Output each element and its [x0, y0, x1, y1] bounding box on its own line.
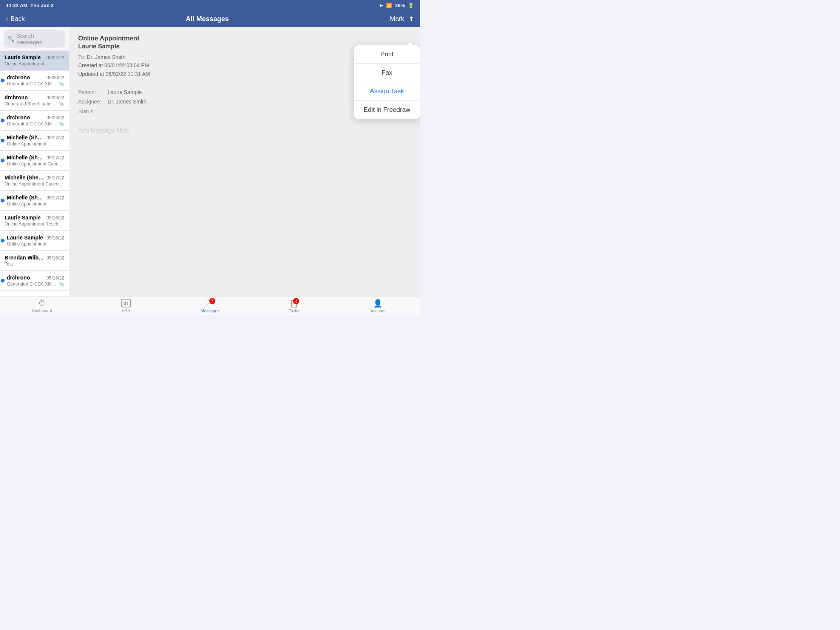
- message-sender: drchrono: [7, 275, 45, 281]
- tab-icon: dr: [121, 299, 131, 308]
- message-item[interactable]: Laurie Sample05/16/22Online Appointment …: [0, 211, 69, 231]
- message-sender: Laurie Sample: [5, 215, 45, 221]
- battery-level: 26%: [395, 3, 405, 8]
- status-time: 11:32 AM: [6, 3, 28, 8]
- message-item[interactable]: Laurie Sample06/01/22Online Appointment: [0, 51, 69, 71]
- message-preview: Generated C-CDA XMLs: ccda_xmls_05_30_20…: [7, 81, 64, 87]
- tab-item-account[interactable]: 👤Account: [336, 297, 420, 315]
- battery-icon: 🔋: [408, 3, 414, 8]
- unread-dot: [1, 199, 5, 202]
- dropdown-item[interactable]: Fax: [354, 64, 420, 82]
- message-preview: Online Appointment: [7, 141, 64, 147]
- message-date: 05/23/22: [46, 115, 64, 120]
- status-day: Thu Jun 2: [31, 3, 54, 8]
- message-preview: Test: [5, 261, 64, 267]
- tab-label: Tasks: [289, 309, 299, 313]
- dropdown-menu: PrintFaxAssign TaskEdit in Freedraw: [354, 45, 420, 119]
- message-item[interactable]: Michelle (Shelly) Harris05/17/22Online A…: [0, 171, 69, 191]
- message-item[interactable]: Dr. James Smith (4109278169)05/12/22Inco…: [0, 291, 69, 296]
- unread-dot: [1, 118, 5, 122]
- tab-item-ehr[interactable]: drEHR: [84, 297, 168, 315]
- back-button[interactable]: ‹ Back: [6, 15, 25, 23]
- tab-icon: 👤: [373, 299, 383, 308]
- unread-dot: [1, 279, 5, 283]
- message-date: 05/16/22: [46, 275, 64, 281]
- tab-item-messages[interactable]: 7✉️Messages: [168, 297, 252, 315]
- status-bar-left: 11:32 AM Thu Jun 2: [6, 3, 54, 8]
- message-preview: Generated C-CDA XMLs: ccda_xmls_05_16_20…: [7, 281, 64, 287]
- message-date: 05/17/22: [46, 135, 64, 141]
- message-sender: drchrono: [5, 95, 45, 101]
- attachment-icon: 📎: [59, 82, 64, 87]
- search-icon: 🔍: [8, 36, 14, 42]
- message-date: 05/12/22: [46, 295, 64, 296]
- page-title: All Messages: [186, 15, 229, 23]
- message-sender: Dr. James Smith (4109278169): [5, 295, 45, 296]
- wifi-icon: 📶: [386, 3, 392, 8]
- tab-icon: ⏱: [38, 299, 46, 308]
- message-preview: Generated Sheet: patient_list_05_23_2022…: [5, 101, 64, 106]
- top-dots: · · ·: [201, 4, 218, 12]
- right-panel: Online Appointment Laurie Sample To: Dr.…: [69, 27, 420, 296]
- message-date: 05/30/22: [46, 75, 64, 81]
- message-item[interactable]: Michelle (Shelly) Harris05/17/22Online A…: [0, 131, 69, 151]
- message-item[interactable]: drchrono05/16/22Generated C-CDA XMLs: cc…: [0, 271, 69, 291]
- message-sender: Michelle (Shelly) Harris: [7, 134, 45, 141]
- message-date: 05/16/22: [46, 235, 64, 241]
- attachment-icon: 📎: [59, 122, 64, 126]
- search-bar: 🔍 Search messages: [0, 27, 69, 51]
- message-preview: Generated C-CDA XMLs: ccda_xmls_05_23_20…: [7, 121, 64, 126]
- message-date: 05/17/22: [46, 155, 64, 161]
- message-sender: drchrono: [7, 74, 45, 81]
- tab-item-tasks[interactable]: 3📋Tasks: [252, 297, 336, 315]
- share-icon[interactable]: ⬆: [409, 15, 414, 23]
- unread-dot: [1, 139, 5, 142]
- message-preview: Online Appointment Rescheduled: [5, 221, 64, 227]
- message-preview: Online Appointment: [7, 201, 64, 207]
- message-date: 05/16/22: [46, 255, 64, 261]
- message-preview: Online Appointment: [5, 61, 64, 66]
- message-item[interactable]: Michelle (Shelly) Harris05/17/22Online A…: [0, 151, 69, 171]
- message-sender: Laurie Sample: [5, 54, 45, 60]
- message-preview: Online Appointment Cancellation: [7, 161, 64, 167]
- tab-label: Messages: [201, 309, 219, 313]
- main-layout: 🔍 Search messages Laurie Sample06/01/22O…: [0, 27, 420, 296]
- message-preview: Online Appointment: [7, 242, 64, 246]
- unread-dot: [1, 159, 5, 163]
- message-date: 05/16/22: [46, 215, 64, 221]
- dropdown-item[interactable]: Assign Task: [354, 82, 420, 101]
- dropdown-item[interactable]: Print: [354, 45, 420, 64]
- unread-dot: [1, 79, 5, 82]
- dropdown-item[interactable]: Edit in Freedraw: [354, 101, 420, 119]
- search-input-wrap[interactable]: 🔍 Search messages: [4, 30, 65, 47]
- tab-label: EHR: [122, 308, 130, 313]
- nav-bar: ‹ Back All Messages Mark ⬆: [0, 11, 420, 27]
- tab-label: Account: [371, 309, 385, 313]
- back-label[interactable]: Back: [11, 15, 25, 23]
- attachment-icon: 📎: [59, 282, 64, 287]
- message-sender: drchrono: [7, 114, 45, 120]
- message-item[interactable]: Brendan Wilberton05/16/22Test: [0, 251, 69, 271]
- tab-item-dashboard[interactable]: ⏱Dashboard: [0, 297, 84, 315]
- status-bar-right: ➤ 📶 26% 🔋: [379, 3, 414, 8]
- message-item[interactable]: drchrono05/23/22Generated C-CDA XMLs: cc…: [0, 111, 69, 131]
- message-item[interactable]: drchrono05/23/22Generated Sheet: patient…: [0, 91, 69, 111]
- message-item[interactable]: Michelle (Shelly) Harris05/17/22Online A…: [0, 191, 69, 211]
- tab-bar: ⏱DashboarddrEHR7✉️Messages3📋Tasks👤Accoun…: [0, 296, 420, 315]
- message-date: 05/17/22: [46, 195, 64, 201]
- message-sender: Michelle (Shelly) Harris: [7, 155, 45, 161]
- attachment-icon: 📎: [59, 102, 64, 106]
- tab-badge: 7: [209, 298, 215, 304]
- message-list: Laurie Sample06/01/22Online Appointmentd…: [0, 51, 69, 296]
- unread-dot: [1, 239, 5, 243]
- tab-label: Dashboard: [32, 308, 52, 313]
- message-date: 05/23/22: [46, 95, 64, 101]
- nav-bar-actions: Mark ⬆: [390, 15, 414, 23]
- dropdown-arrow: [407, 41, 413, 45]
- message-item[interactable]: drchrono05/30/22Generated C-CDA XMLs: cc…: [0, 71, 69, 91]
- search-input[interactable]: Search messages: [16, 33, 61, 45]
- message-sender: Michelle (Shelly) Harris: [7, 194, 45, 201]
- mark-button[interactable]: Mark: [390, 15, 404, 23]
- message-preview: Online Appointment Cancellation: [5, 181, 64, 186]
- message-item[interactable]: Laurie Sample05/16/22Online Appointment: [0, 231, 69, 251]
